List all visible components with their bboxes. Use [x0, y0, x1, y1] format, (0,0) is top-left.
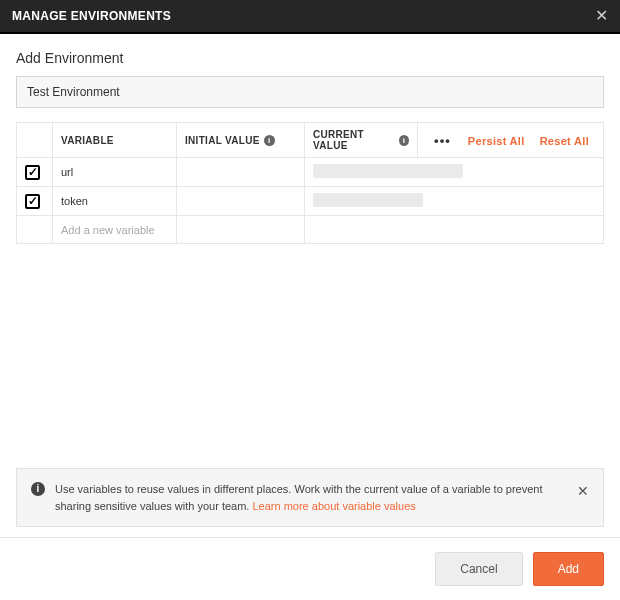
current-value-cell[interactable]: [305, 187, 604, 216]
environment-name-input[interactable]: [16, 76, 604, 108]
column-header-current-value: CURRENT VALUEi: [305, 123, 418, 158]
variables-table: VARIABLE INITIAL VALUEi CURRENT VALUEi •…: [16, 122, 604, 244]
info-icon[interactable]: i: [399, 135, 409, 146]
banner-close-icon[interactable]: ✕: [577, 481, 589, 502]
row-checkbox[interactable]: [25, 165, 40, 180]
cancel-button[interactable]: Cancel: [435, 552, 522, 586]
persist-all-link[interactable]: Persist All: [462, 135, 531, 147]
current-value-cell[interactable]: [305, 216, 604, 244]
banner-text: Use variables to reuse values in differe…: [55, 481, 567, 514]
footer: Cancel Add: [0, 537, 620, 600]
redacted-value: [313, 164, 463, 178]
column-header-actions: ••• Persist All Reset All: [418, 123, 604, 158]
initial-value-cell[interactable]: [177, 158, 305, 187]
table-row-new: Add a new variable: [17, 216, 604, 244]
more-options-icon[interactable]: •••: [426, 133, 459, 148]
titlebar: MANAGE ENVIRONMENTS ✕: [0, 0, 620, 34]
info-banner: i Use variables to reuse values in diffe…: [16, 468, 604, 527]
info-icon: i: [31, 482, 45, 496]
learn-more-link[interactable]: Learn more about variable values: [252, 500, 415, 512]
row-checkbox[interactable]: [25, 194, 40, 209]
info-icon[interactable]: i: [264, 135, 275, 146]
initial-value-cell[interactable]: [177, 187, 305, 216]
titlebar-title: MANAGE ENVIRONMENTS: [12, 9, 171, 23]
page-heading: Add Environment: [16, 50, 604, 66]
column-header-variable: VARIABLE: [53, 123, 177, 158]
column-header-checkbox: [17, 123, 53, 158]
add-button[interactable]: Add: [533, 552, 604, 586]
variable-cell[interactable]: url: [53, 158, 177, 187]
variable-cell[interactable]: token: [53, 187, 177, 216]
reset-all-link[interactable]: Reset All: [534, 135, 595, 147]
current-value-cell[interactable]: [305, 158, 604, 187]
content-area: Add Environment VARIABLE INITIAL VALUEi …: [0, 34, 620, 468]
table-row: url: [17, 158, 604, 187]
new-variable-cell[interactable]: Add a new variable: [53, 216, 177, 244]
table-row: token: [17, 187, 604, 216]
close-icon[interactable]: ✕: [595, 8, 608, 24]
column-header-initial-value: INITIAL VALUEi: [177, 123, 305, 158]
initial-value-cell[interactable]: [177, 216, 305, 244]
redacted-value: [313, 193, 423, 207]
